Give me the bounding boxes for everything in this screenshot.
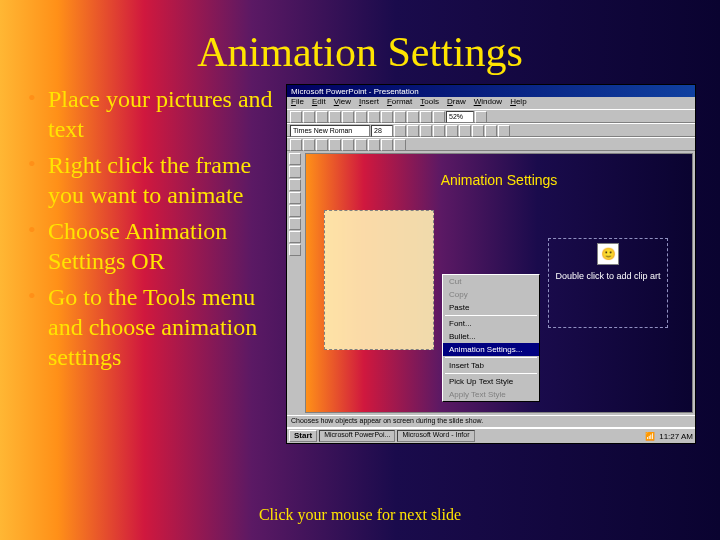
statusbar: Chooses how objects appear on screen dur… — [287, 415, 695, 427]
bullet-item: Right click the frame you want to animat… — [44, 150, 280, 210]
spell-icon[interactable] — [342, 111, 354, 123]
context-menu[interactable]: Cut Copy Paste Font... Bullet... Animati… — [442, 274, 540, 402]
ctx-separator — [445, 373, 537, 374]
paste-icon[interactable] — [381, 111, 393, 123]
font-name-field[interactable]: Times New Roman — [290, 125, 370, 137]
zoom-field[interactable]: 52% — [446, 111, 474, 123]
undo-icon[interactable] — [407, 111, 419, 123]
textbox-icon[interactable] — [368, 139, 380, 151]
bullet-item: Choose Animation Settings OR — [44, 216, 280, 276]
menu-view[interactable]: View — [334, 97, 351, 109]
ctx-insert-tab[interactable]: Insert Tab — [443, 359, 539, 372]
clipart-placeholder-frame[interactable]: 🙂 Double click to add clip art — [548, 238, 668, 328]
save-icon[interactable] — [316, 111, 328, 123]
help-icon[interactable] — [475, 111, 487, 123]
ctx-font[interactable]: Font... — [443, 317, 539, 330]
rectangle-icon[interactable] — [342, 139, 354, 151]
menu-file[interactable]: File — [291, 97, 304, 109]
freeform-tool-icon[interactable] — [289, 231, 301, 243]
copy-icon[interactable] — [368, 111, 380, 123]
bold-icon[interactable] — [420, 125, 432, 137]
insert-clipart-icon[interactable] — [433, 111, 445, 123]
clock: 11:27 AM — [659, 432, 693, 441]
menu-window[interactable]: Window — [474, 97, 502, 109]
insert-chart-icon[interactable] — [420, 111, 432, 123]
increase-font-icon[interactable] — [394, 125, 406, 137]
taskbar: Start Microsoft PowerPoi... Microsoft Wo… — [287, 427, 695, 443]
ctx-pickup-style[interactable]: Pick Up Text Style — [443, 375, 539, 388]
ctx-copy[interactable]: Copy — [443, 288, 539, 301]
rotate-tool-icon[interactable] — [289, 244, 301, 256]
autoshapes-icon[interactable] — [316, 139, 328, 151]
powerpoint-window: Microsoft PowerPoint - Presentation File… — [286, 84, 696, 444]
menu-draw[interactable]: Draw — [447, 97, 466, 109]
open-icon[interactable] — [303, 111, 315, 123]
work-area: Animation Settings 🙂 Double click to add… — [287, 151, 695, 415]
cut-icon[interactable] — [355, 111, 367, 123]
line-tool-icon[interactable] — [289, 179, 301, 191]
draw-icon[interactable] — [290, 139, 302, 151]
drawing-toolbar — [287, 137, 695, 151]
slide-title: Animation Settings — [0, 0, 720, 84]
bullet-item: Go to the Tools menu and choose animatio… — [44, 282, 280, 372]
formatting-toolbar: Times New Roman 28 — [287, 123, 695, 137]
oval-icon[interactable] — [355, 139, 367, 151]
ellipse-tool-icon[interactable] — [289, 205, 301, 217]
menu-format[interactable]: Format — [387, 97, 412, 109]
ctx-animation-settings[interactable]: Animation Settings... — [443, 343, 539, 356]
format-painter-icon[interactable] — [394, 111, 406, 123]
selection-tool-icon[interactable] — [289, 153, 301, 165]
system-tray: 📶 11:27 AM — [645, 432, 693, 441]
bullet-item: Place your pictures and text — [44, 84, 280, 144]
taskbar-button[interactable]: Microsoft PowerPoi... — [319, 430, 395, 442]
content-row: Place your pictures and text Right click… — [0, 84, 720, 444]
bullets-icon[interactable] — [498, 125, 510, 137]
align-left-icon[interactable] — [472, 125, 484, 137]
ctx-paste[interactable]: Paste — [443, 301, 539, 314]
menu-tools[interactable]: Tools — [420, 97, 439, 109]
align-center-icon[interactable] — [485, 125, 497, 137]
tray-icon[interactable]: 📶 — [645, 432, 655, 441]
menubar[interactable]: File Edit View Insert Format Tools Draw … — [287, 97, 695, 109]
clipart-icon[interactable]: 🙂 — [597, 243, 619, 265]
menu-insert[interactable]: Insert — [359, 97, 379, 109]
text-tool-icon[interactable] — [289, 166, 301, 178]
select-icon[interactable] — [303, 139, 315, 151]
shadow-icon[interactable] — [459, 125, 471, 137]
line-color-icon[interactable] — [394, 139, 406, 151]
ctx-apply-style[interactable]: Apply Text Style — [443, 388, 539, 401]
taskbar-button[interactable]: Microsoft Word - Infor — [397, 430, 474, 442]
menu-help[interactable]: Help — [510, 97, 526, 109]
bullet-list: Place your pictures and text Right click… — [20, 84, 280, 444]
slide-canvas[interactable]: Animation Settings 🙂 Double click to add… — [305, 153, 693, 413]
text-placeholder-frame[interactable] — [324, 210, 434, 350]
font-size-field[interactable]: 28 — [371, 125, 393, 137]
ctx-bullet[interactable]: Bullet... — [443, 330, 539, 343]
underline-icon[interactable] — [446, 125, 458, 137]
line-icon[interactable] — [329, 139, 341, 151]
new-icon[interactable] — [290, 111, 302, 123]
ctx-separator — [445, 315, 537, 316]
fill-color-icon[interactable] — [381, 139, 393, 151]
arc-tool-icon[interactable] — [289, 218, 301, 230]
screenshot-frame: Microsoft PowerPoint - Presentation File… — [280, 84, 700, 444]
menu-edit[interactable]: Edit — [312, 97, 326, 109]
ctx-separator — [445, 357, 537, 358]
standard-toolbar: 52% — [287, 109, 695, 123]
start-button[interactable]: Start — [289, 430, 317, 442]
inner-slide-title: Animation Settings — [306, 154, 692, 188]
rect-tool-icon[interactable] — [289, 192, 301, 204]
side-toolbar — [287, 151, 303, 415]
clipart-label: Double click to add clip art — [549, 271, 667, 281]
window-titlebar: Microsoft PowerPoint - Presentation — [287, 85, 695, 97]
italic-icon[interactable] — [433, 125, 445, 137]
print-icon[interactable] — [329, 111, 341, 123]
decrease-font-icon[interactable] — [407, 125, 419, 137]
footer-hint: Click your mouse for next slide — [0, 506, 720, 524]
ctx-cut[interactable]: Cut — [443, 275, 539, 288]
